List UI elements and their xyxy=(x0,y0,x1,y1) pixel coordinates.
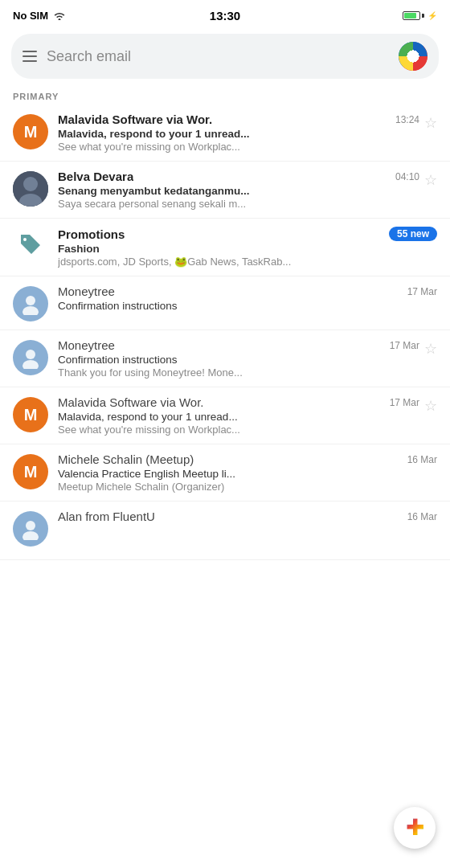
email-sender-5: Moneytree xyxy=(58,338,115,352)
email-top-row-8: Alan from FluentU 16 Mar xyxy=(58,510,437,523)
compose-icon: ✚ xyxy=(406,817,424,839)
search-input[interactable]: Search email xyxy=(47,48,389,65)
section-label-primary: PRIMARY xyxy=(0,87,450,104)
menu-button[interactable] xyxy=(22,51,37,62)
email-time-1: 13:24 xyxy=(395,114,419,125)
email-preview-1: See what you're missing on Workplac... xyxy=(58,141,419,153)
promo-badge: 55 new xyxy=(389,227,437,241)
email-item-4[interactable]: Moneytree 17 Mar Confirmation instructio… xyxy=(0,276,450,330)
email-time-7: 16 Mar xyxy=(407,454,437,465)
email-preview-6: See what you're missing on Workplac... xyxy=(58,424,419,436)
svg-point-7 xyxy=(26,521,35,530)
email-list: M Malavida Software via Wor. 13:24 Malav… xyxy=(0,104,450,560)
user-avatar[interactable] xyxy=(399,42,428,71)
avatar-1: M xyxy=(13,114,48,149)
avatar-5 xyxy=(13,340,48,375)
search-bar[interactable]: Search email xyxy=(11,34,439,79)
email-subject-1: Malavida, respond to your 1 unread... xyxy=(58,128,419,140)
email-item-2[interactable]: Belva Devara 04:10 Senang menyambut keda… xyxy=(0,162,450,219)
charging-bolt: ⚡ xyxy=(428,11,437,20)
email-item-1[interactable]: M Malavida Software via Wor. 13:24 Malav… xyxy=(0,104,450,162)
promotions-item[interactable]: Promotions 55 new Fashion jdsports.com, … xyxy=(0,219,450,276)
avatar-photo-2 xyxy=(13,171,48,207)
star-icon-5[interactable]: ☆ xyxy=(424,340,437,358)
svg-point-1 xyxy=(23,177,38,191)
promo-sub: Fashion xyxy=(58,243,437,255)
email-top-row-5: Moneytree 17 Mar xyxy=(58,338,419,352)
email-subject-7: Valencia Practice English Meetup li... xyxy=(58,468,437,480)
avatar-6: M xyxy=(13,397,48,432)
svg-point-3 xyxy=(26,296,35,305)
email-preview-2: Saya secara personal senang sekali m... xyxy=(58,198,419,210)
email-top-row-1: Malavida Software via Wor. 13:24 xyxy=(58,113,419,126)
email-content-2: Belva Devara 04:10 Senang menyambut keda… xyxy=(58,170,419,210)
email-content-7: Michele Schalin (Meetup) 16 Mar Valencia… xyxy=(58,452,437,493)
avatar-4 xyxy=(13,286,48,321)
email-time-4: 17 Mar xyxy=(407,286,437,297)
battery-info: ⚡ xyxy=(403,11,437,20)
battery-icon xyxy=(403,11,424,20)
email-item-8[interactable]: Alan from FluentU 16 Mar xyxy=(0,502,450,560)
status-bar: No SIM 13:30 ⚡ xyxy=(0,0,450,29)
star-icon-1[interactable]: ☆ xyxy=(424,114,437,132)
star-icon-6[interactable]: ☆ xyxy=(424,397,437,415)
email-content-5: Moneytree 17 Mar Confirmation instructio… xyxy=(58,338,419,379)
compose-fab[interactable]: ✚ xyxy=(394,807,436,849)
avatar-2 xyxy=(13,171,48,207)
gmail-logo xyxy=(399,42,428,71)
email-subject-4: Confirmation instructions xyxy=(58,300,437,312)
email-preview-5: Thank you for using Moneytree! Mone... xyxy=(58,366,419,379)
email-item-6[interactable]: M Malavida Software via Wor. 17 Mar Mala… xyxy=(0,387,450,444)
email-top-row-6: Malavida Software via Wor. 17 Mar xyxy=(58,395,419,409)
email-top-row-7: Michele Schalin (Meetup) 16 Mar xyxy=(58,452,437,466)
email-item-7[interactable]: M Michele Schalin (Meetup) 16 Mar Valenc… xyxy=(0,444,450,502)
email-content-8: Alan from FluentU 16 Mar xyxy=(58,510,437,525)
svg-point-4 xyxy=(22,306,39,315)
promo-content: Promotions 55 new Fashion jdsports.com, … xyxy=(58,227,437,268)
email-time-5: 17 Mar xyxy=(390,340,419,351)
person-icon-4 xyxy=(19,293,42,315)
email-sender-4: Moneytree xyxy=(58,285,115,298)
email-item-5[interactable]: Moneytree 17 Mar Confirmation instructio… xyxy=(0,330,450,387)
svg-point-8 xyxy=(22,531,39,540)
person-icon-8 xyxy=(19,518,42,540)
email-sender-2: Belva Devara xyxy=(58,170,133,183)
email-subject-5: Confirmation instructions xyxy=(58,354,419,366)
email-sender-1: Malavida Software via Wor. xyxy=(58,113,212,126)
carrier-name: No SIM xyxy=(13,10,48,22)
promo-preview: jdsports.com, JD Sports, 🐸Gab News, Task… xyxy=(58,256,437,268)
status-time: 13:30 xyxy=(210,9,240,23)
avatar-7: M xyxy=(13,454,48,489)
email-preview-7: Meetup Michele Schalin (Organizer) xyxy=(58,481,437,493)
avatar-8 xyxy=(13,511,48,547)
star-icon-2[interactable]: ☆ xyxy=(424,171,437,189)
email-time-2: 04:10 xyxy=(395,171,419,182)
promo-top-row: Promotions 55 new xyxy=(58,227,437,241)
email-sender-7: Michele Schalin (Meetup) xyxy=(58,452,194,466)
carrier-info: No SIM xyxy=(13,10,66,22)
svg-point-6 xyxy=(22,360,39,369)
email-top-row-4: Moneytree 17 Mar xyxy=(58,285,437,298)
person-icon-5 xyxy=(19,346,42,369)
email-top-row-2: Belva Devara 04:10 xyxy=(58,170,419,183)
tag-icon xyxy=(18,231,43,257)
email-content-6: Malavida Software via Wor. 17 Mar Malavi… xyxy=(58,395,419,436)
svg-point-5 xyxy=(26,350,35,359)
email-content-1: Malavida Software via Wor. 13:24 Malavid… xyxy=(58,113,419,153)
promo-title: Promotions xyxy=(58,227,125,241)
email-sender-6: Malavida Software via Wor. xyxy=(58,395,203,409)
email-time-6: 17 Mar xyxy=(390,397,419,408)
email-subject-2: Senang menyambut kedatanganmu... xyxy=(58,185,419,197)
email-subject-6: Malavida, respond to your 1 unread... xyxy=(58,411,419,423)
email-sender-8: Alan from FluentU xyxy=(58,510,155,523)
email-time-8: 16 Mar xyxy=(407,511,437,522)
promotions-tag-icon xyxy=(13,227,48,262)
email-content-4: Moneytree 17 Mar Confirmation instructio… xyxy=(58,285,437,312)
wifi-icon xyxy=(53,10,66,20)
